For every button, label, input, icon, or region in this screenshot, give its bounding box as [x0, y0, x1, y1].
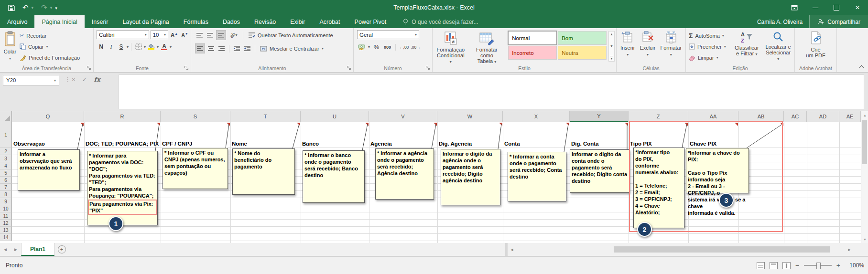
zoom-slider-thumb[interactable]: [816, 263, 821, 269]
row-header-10[interactable]: 10: [0, 205, 12, 212]
decrease-indent-icon[interactable]: [232, 44, 241, 53]
row-header-4[interactable]: 4: [0, 162, 12, 169]
row-header-2[interactable]: 2: [0, 148, 12, 155]
ribbon-display-options-icon[interactable]: [784, 0, 805, 15]
ribbon-tab-layout-da-pagina[interactable]: Layout da Página: [115, 15, 176, 28]
row-header-5[interactable]: 5: [0, 169, 12, 177]
row-header-9[interactable]: 9: [0, 198, 12, 205]
ribbon-tab-exibir[interactable]: Exibir: [283, 15, 312, 28]
sheet-nav-right-icon[interactable]: ►: [11, 243, 21, 256]
column-header-ad[interactable]: AD: [807, 111, 839, 122]
row-header-13[interactable]: 13: [0, 227, 12, 234]
horizontal-scrollbar[interactable]: ◄ ►: [508, 243, 854, 256]
increase-indent-icon[interactable]: [243, 44, 252, 53]
accounting-format-icon[interactable]: [357, 42, 366, 52]
ribbon-tab-pagina-inicial[interactable]: Página Inicial: [34, 15, 84, 28]
zoom-level[interactable]: 100%: [845, 262, 864, 269]
orientation-icon[interactable]: ab▾: [228, 31, 240, 40]
column-header-t[interactable]: T: [230, 111, 301, 122]
sheet-nav-left-icon[interactable]: ◄: [0, 243, 11, 256]
create-pdf-button[interactable]: Crieum PDF: [804, 30, 826, 63]
percent-style-icon[interactable]: %: [372, 42, 381, 52]
column-header-ac[interactable]: AC: [784, 111, 807, 122]
cell-style-incorreto[interactable]: Incorreto: [508, 46, 557, 60]
scroll-down-icon[interactable]: ▼: [861, 235, 868, 243]
zoom-slider[interactable]: [804, 265, 832, 266]
alignment-dialog-launcher-icon[interactable]: [347, 65, 352, 71]
horizontal-scroll-thumb[interactable]: [614, 246, 830, 253]
paste-button[interactable]: Colar ▾: [1, 30, 19, 63]
sort-filter-button[interactable]: AZ Classificare Filtrar ▾: [733, 30, 760, 63]
increase-font-icon[interactable]: A▲: [170, 30, 179, 39]
row-header-11[interactable]: 11: [0, 212, 12, 220]
column-header-q[interactable]: Q: [12, 111, 84, 122]
zoom-out-icon[interactable]: −: [795, 262, 799, 269]
cut-button[interactable]: ✂Recortar: [20, 31, 80, 40]
page-layout-view-icon[interactable]: [770, 262, 778, 269]
style-gallery-scrollbar[interactable]: ▲▼▼: [608, 31, 615, 62]
insert-cells-button[interactable]: Inserir▾: [619, 30, 637, 63]
align-center-icon[interactable]: [206, 44, 216, 53]
decrease-font-icon[interactable]: A▼: [180, 30, 189, 39]
ribbon-tab-dados[interactable]: Dados: [216, 15, 247, 28]
formula-bar-splitter[interactable]: ⋮: [65, 76, 70, 83]
ribbon-tab-revisao[interactable]: Revisão: [247, 15, 283, 28]
collapse-ribbon-icon[interactable]: [859, 64, 864, 69]
vertical-scroll-thumb[interactable]: [862, 120, 867, 164]
number-dialog-launcher-icon[interactable]: [425, 65, 431, 71]
close-button[interactable]: ✕: [847, 0, 868, 15]
column-header-s[interactable]: S: [161, 111, 230, 122]
underline-icon[interactable]: S: [117, 42, 126, 52]
number-format-combo[interactable]: Geral▾: [357, 30, 419, 39]
font-dialog-launcher-icon[interactable]: [184, 65, 189, 71]
sheet-tab-plan1[interactable]: Plan1: [21, 243, 54, 256]
format-as-table-button[interactable]: Formatar comoTabela ▾: [468, 30, 505, 63]
maximize-button[interactable]: [826, 0, 847, 15]
font-name-combo[interactable]: Calibri▾: [97, 30, 149, 39]
wrap-text-button[interactable]: Quebrar Texto Automaticamente: [248, 31, 333, 40]
column-header-y[interactable]: Y: [570, 111, 629, 122]
select-all-corner[interactable]: [0, 111, 12, 122]
font-color-icon[interactable]: A: [160, 42, 169, 52]
format-cells-button[interactable]: Formatar▾: [659, 30, 683, 63]
merge-center-button[interactable]: Mesclar e Centralizar▾: [260, 44, 324, 53]
comma-style-icon[interactable]: 000: [383, 42, 392, 52]
row-header-7[interactable]: 7: [0, 184, 12, 191]
column-header-r[interactable]: R: [84, 111, 161, 122]
row-header-6[interactable]: 6: [0, 177, 12, 184]
increase-decimal-icon[interactable]: ←,00: [399, 42, 409, 52]
name-box[interactable]: Y20▾: [3, 75, 59, 85]
paste-dropdown-icon[interactable]: ▾: [9, 56, 11, 62]
align-middle-icon[interactable]: [206, 31, 215, 40]
user-name[interactable]: Camila A. Oliveira: [757, 19, 803, 25]
align-right-icon[interactable]: [217, 44, 226, 53]
row-header-1[interactable]: 1: [0, 122, 12, 148]
fill-color-icon[interactable]: [147, 42, 156, 52]
align-top-icon[interactable]: [195, 31, 204, 40]
insert-function-icon[interactable]: fx: [94, 76, 100, 83]
row-header-14[interactable]: 14: [0, 234, 12, 241]
zoom-in-icon[interactable]: +: [836, 262, 840, 269]
new-sheet-icon[interactable]: +: [54, 243, 69, 256]
clear-button[interactable]: Limpar▾: [689, 53, 730, 62]
formula-input[interactable]: [119, 74, 864, 109]
column-header-v[interactable]: V: [369, 111, 437, 122]
column-header-aa[interactable]: AA: [688, 111, 738, 122]
ribbon-tab-arquivo[interactable]: Arquivo: [0, 15, 34, 28]
bold-icon[interactable]: N: [97, 42, 106, 52]
worksheet-grid[interactable]: ▲ ▼ QRSTUVWXYZAAABACADAE1234567891011121…: [0, 111, 868, 243]
copy-button[interactable]: Copiar▾: [20, 42, 80, 51]
share-button[interactable]: Compartilhar: [809, 15, 868, 28]
page-break-view-icon[interactable]: [782, 262, 791, 269]
row-header-3[interactable]: 3: [0, 155, 12, 162]
column-header-w[interactable]: W: [437, 111, 503, 122]
clipboard-dialog-launcher-icon[interactable]: [87, 65, 92, 71]
column-header-x[interactable]: X: [503, 111, 570, 122]
cell-style-bom[interactable]: Bom: [558, 31, 607, 45]
ribbon-tab-acrobat[interactable]: Acrobat: [312, 15, 347, 28]
align-bottom-icon[interactable]: [216, 30, 226, 40]
scroll-left-icon[interactable]: ◄: [508, 247, 516, 252]
minimize-button[interactable]: —: [805, 0, 826, 15]
row-header-12[interactable]: 12: [0, 220, 12, 227]
tell-me-search[interactable]: O que você deseja fazer...: [403, 15, 478, 28]
